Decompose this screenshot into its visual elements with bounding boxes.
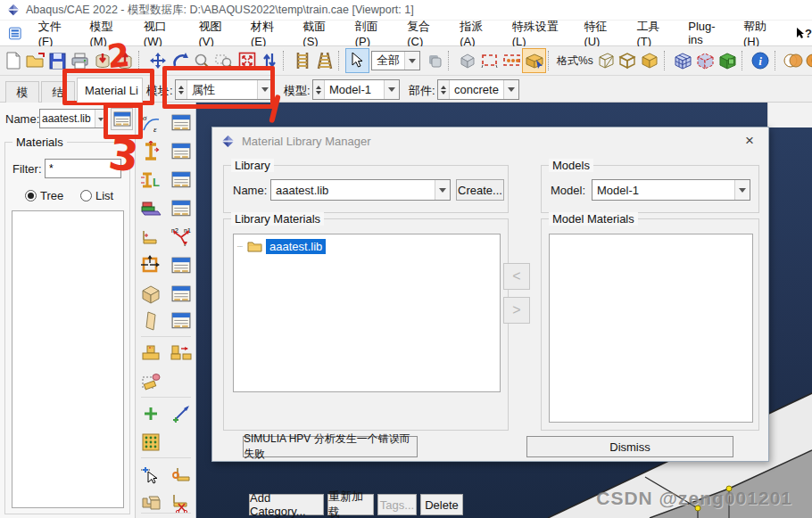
attach-point-icon[interactable] (169, 462, 194, 487)
menu-material[interactable]: 材料(E) (251, 19, 286, 48)
menu-assign[interactable]: 指派(A) (460, 19, 494, 48)
part-combo[interactable]: concrete (437, 79, 519, 100)
materials-tree-list[interactable] (12, 210, 124, 508)
section-manager-icon[interactable] (169, 139, 194, 164)
highlight-selection-icon[interactable] (423, 49, 445, 72)
material-orientation-icon[interactable]: n2n1t (169, 225, 194, 250)
model-combo[interactable]: Model-1 (312, 79, 400, 100)
module-combo[interactable]: 属性 (175, 79, 273, 100)
menu-file[interactable]: 文件(F) (38, 19, 73, 48)
create-datum-point-icon[interactable] (138, 401, 163, 426)
add-category-button[interactable]: Add Category... (249, 494, 324, 515)
module-spinner[interactable] (176, 80, 187, 99)
transfer-left-button[interactable]: < (503, 263, 530, 290)
merge-parts-icon[interactable] (138, 490, 163, 515)
layup-manager-icon[interactable] (169, 196, 194, 221)
model-spinner[interactable] (313, 80, 325, 99)
trim-cut-icon[interactable] (169, 490, 194, 515)
shaded-green-cube-icon[interactable] (717, 49, 739, 72)
box-zoom-icon[interactable] (213, 49, 236, 72)
tree-item-library[interactable]: ┈ aaatest.lib (234, 234, 500, 259)
chevron-down-icon[interactable] (384, 80, 399, 99)
annotation-format-label[interactable]: 格式%s (557, 53, 593, 69)
view-cut-box-icon[interactable] (523, 49, 545, 72)
menu-special[interactable]: 特殊设置(L) (512, 19, 568, 48)
menu-help[interactable]: 帮助(H) (743, 19, 779, 48)
fit-view-icon[interactable] (236, 49, 258, 72)
create-datum-axis-icon[interactable] (169, 401, 194, 426)
edit-vertex-icon[interactable] (138, 462, 163, 487)
assign-section-icon[interactable]: L (138, 168, 163, 193)
library-materials-tree[interactable]: ┈ aaatest.lib (233, 234, 501, 392)
reload-button[interactable]: 重新加载 (327, 494, 374, 515)
select-cursor-icon[interactable] (346, 49, 369, 72)
save-icon[interactable] (46, 49, 69, 72)
hpv-status-button[interactable]: SIMULIA HPV 分析发生一个错误而失败 (243, 436, 418, 457)
filter-input[interactable] (45, 159, 121, 178)
menu-composite[interactable]: 复合(C) (407, 19, 443, 48)
hollow-box-icon[interactable] (617, 49, 639, 72)
dialog-title-bar[interactable]: Material Library Manager (212, 127, 768, 154)
part-manager-icon[interactable] (169, 282, 194, 307)
boolean-cut-icon[interactable] (805, 49, 812, 72)
tab-results[interactable]: 结果 (41, 81, 75, 103)
material-manager-icon[interactable] (169, 111, 194, 136)
dashed-box-points-icon[interactable] (501, 49, 523, 72)
menu-plugins[interactable]: Plug-ins (688, 20, 726, 46)
chevron-down-icon[interactable] (503, 80, 518, 99)
library-name-combo[interactable]: aaatest.lib (39, 109, 107, 128)
menu-viewport[interactable]: 视口(W) (144, 19, 182, 48)
print-icon[interactable] (69, 49, 91, 72)
chevron-down-icon[interactable] (435, 180, 450, 200)
dashed-box-select-icon[interactable] (478, 49, 501, 72)
part-spinner[interactable] (438, 80, 450, 99)
export-database-icon[interactable] (91, 49, 113, 72)
shaded-box-icon[interactable] (639, 49, 661, 72)
cycle-views-icon[interactable] (258, 49, 280, 72)
shell-face-icon[interactable] (138, 308, 163, 333)
menu-profile[interactable]: 剖面(P) (355, 19, 390, 48)
menu-section[interactable]: 截面(S) (302, 19, 337, 48)
solid-part-icon[interactable] (138, 282, 163, 307)
transfer-right-button[interactable]: > (503, 297, 530, 324)
tab-material-library[interactable]: Material Li (77, 78, 143, 103)
create-skin-icon[interactable] (138, 253, 163, 278)
create-section-icon[interactable] (138, 139, 163, 164)
open-file-icon[interactable] (24, 49, 46, 72)
model-materials-list[interactable] (549, 234, 753, 423)
delete-button[interactable]: Delete (420, 494, 463, 515)
tab-model[interactable]: 模型 (5, 81, 39, 103)
select-scope-combo[interactable]: 全部 (371, 51, 420, 70)
dialog-library-name-combo[interactable]: aaatest.lib (270, 179, 451, 201)
context-menu-icon[interactable] (9, 27, 21, 40)
point-grid-icon[interactable] (138, 430, 163, 455)
feature-edges-cube-icon[interactable] (694, 49, 717, 72)
menu-tools[interactable]: 工具(T) (636, 19, 671, 48)
list-radio[interactable]: List (80, 189, 113, 202)
partition-face-icon[interactable] (169, 341, 194, 366)
mesh-cube-icon[interactable] (672, 49, 694, 72)
composite-layup-icon[interactable] (138, 196, 163, 221)
pan-view-icon[interactable] (146, 49, 169, 72)
dialog-model-combo[interactable]: Model-1 (592, 179, 750, 201)
partition-cell-icon[interactable] (138, 341, 163, 366)
tree-item-label[interactable]: aaatest.lib (266, 239, 326, 254)
wireframe-box-icon[interactable] (594, 49, 617, 72)
render-beam-profiles-2-icon[interactable] (313, 49, 336, 72)
dismiss-button[interactable]: Dismiss (526, 436, 733, 457)
magnify-view-icon[interactable] (191, 49, 213, 72)
tags-button[interactable]: Tags... (377, 494, 417, 515)
chevron-down-icon[interactable] (734, 180, 750, 200)
close-icon[interactable]: × (740, 131, 759, 151)
create-material-icon[interactable]: σε (138, 111, 163, 136)
menu-view[interactable]: 视图(V) (198, 19, 233, 48)
beam-orientation-icon[interactable] (138, 225, 163, 250)
face-manager-icon[interactable] (169, 308, 194, 333)
chevron-down-icon[interactable] (95, 110, 106, 127)
query-info-icon[interactable]: i (750, 49, 772, 72)
object-snap-icon[interactable] (456, 49, 478, 72)
chevron-down-icon[interactable] (257, 80, 272, 99)
remove-feature-icon[interactable] (138, 369, 163, 394)
context-help-icon[interactable]: ? (796, 27, 812, 40)
tree-radio[interactable]: Tree (25, 189, 63, 202)
